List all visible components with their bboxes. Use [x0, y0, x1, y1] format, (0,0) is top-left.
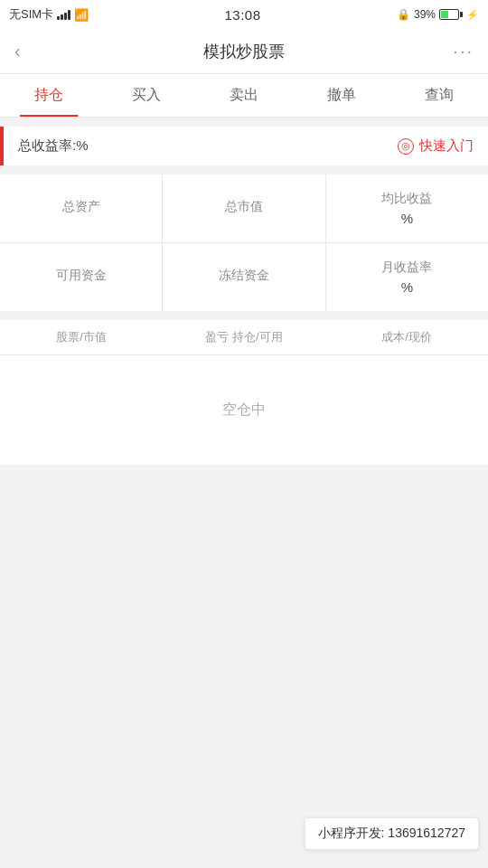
- tab-holdings[interactable]: 持仓: [0, 74, 98, 117]
- stats-row-1: 总资产 总市值 均比收益 %: [0, 175, 488, 243]
- charging-icon: ⚡: [466, 9, 479, 21]
- summary-label: 总收益率:%: [18, 137, 89, 155]
- quick-entry-button[interactable]: ◎ 快速入门: [398, 137, 474, 155]
- stats-cell-available-funds: 可用资金: [0, 243, 163, 311]
- empty-state: 空仓中: [0, 355, 488, 465]
- available-funds-label: 可用资金: [56, 268, 107, 284]
- wifi-icon: 📶: [74, 8, 89, 22]
- info-icon: ◎: [398, 138, 414, 155]
- avg-return-value: %: [401, 211, 413, 226]
- status-bar: 无SIM卡 📶 13:08 🔒 39% ⚡: [0, 0, 488, 29]
- battery-icon: [439, 9, 463, 20]
- col-cost-price: 成本/现价: [325, 329, 488, 345]
- signal-icon: [57, 9, 70, 20]
- page-title: 模拟炒股票: [43, 41, 445, 62]
- stats-cell-frozen-funds: 冻结资金: [163, 243, 325, 311]
- total-market-label: 总市值: [225, 199, 263, 215]
- footer-text: 小程序开发: 13691612727: [318, 826, 465, 840]
- tab-cancel[interactable]: 撤单: [293, 74, 390, 117]
- stats-row-2: 可用资金 冻结资金 月收益率 %: [0, 243, 488, 311]
- holdings-table-header: 股票/市值 盈亏 持仓/可用 成本/现价: [0, 320, 488, 355]
- tab-sell[interactable]: 卖出: [195, 74, 293, 117]
- more-button[interactable]: ···: [445, 41, 474, 61]
- footer-watermark: 小程序开发: 13691612727: [305, 817, 479, 850]
- col-profit-holdings: 盈亏 持仓/可用: [163, 329, 325, 345]
- avg-return-label: 均比收益: [381, 191, 432, 207]
- monthly-return-label: 月收益率: [381, 259, 432, 276]
- stats-cell-monthly-return: 月收益率 %: [326, 243, 488, 311]
- stats-cell-total-assets: 总资产: [0, 175, 163, 242]
- back-button[interactable]: ‹: [14, 41, 43, 61]
- carrier-text: 无SIM卡: [9, 6, 53, 23]
- status-left: 无SIM卡 📶: [9, 6, 89, 23]
- status-right: 🔒 39% ⚡: [397, 8, 479, 21]
- lock-icon: 🔒: [397, 8, 410, 21]
- monthly-return-value: %: [401, 279, 413, 295]
- total-assets-label: 总资产: [62, 199, 100, 215]
- tab-buy[interactable]: 买入: [98, 74, 195, 117]
- col-stock-market: 股票/市值: [0, 329, 163, 345]
- stats-cell-avg-return: 均比收益 %: [326, 175, 488, 242]
- summary-bar: 总收益率:% ◎ 快速入门: [0, 127, 488, 165]
- empty-text: 空仓中: [222, 401, 266, 417]
- status-time: 13:08: [225, 7, 261, 23]
- stats-grid: 总资产 总市值 均比收益 % 可用资金 冻结资金 月收益率 %: [0, 175, 488, 311]
- header: ‹ 模拟炒股票 ···: [0, 29, 488, 74]
- battery-pct: 39%: [414, 8, 436, 21]
- tab-query[interactable]: 查询: [390, 74, 488, 117]
- frozen-funds-label: 冻结资金: [219, 268, 269, 284]
- tab-bar: 持仓 买入 卖出 撤单 查询: [0, 74, 488, 118]
- stats-cell-total-market: 总市值: [163, 175, 325, 242]
- quick-entry-label: 快速入门: [419, 137, 474, 155]
